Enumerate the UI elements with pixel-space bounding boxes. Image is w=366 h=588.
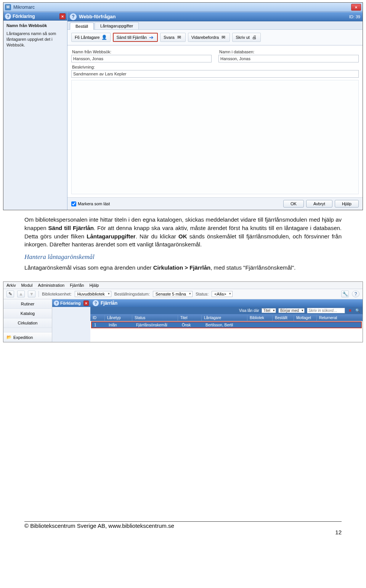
window-titlebar: M Mikromarc ×	[3, 3, 363, 12]
up-icon[interactable]: ▲	[17, 291, 25, 297]
vidarebefordra-button[interactable]: Vidarebefordra ✉	[188, 33, 230, 42]
nav-katalog[interactable]: Katalog	[3, 309, 52, 318]
label-namn-databasen: Namn i databasen:	[219, 50, 359, 54]
tab-bestall[interactable]: Beställ	[70, 22, 94, 30]
label-beskrivning: Beskrivning:	[72, 65, 359, 69]
nav-rutiner[interactable]: Rutiner	[3, 299, 52, 309]
input-namn-webbsok[interactable]	[71, 55, 212, 62]
menu-modul[interactable]: Modul	[21, 283, 32, 288]
search-icon[interactable]: 🔍	[355, 308, 360, 313]
down-icon[interactable]: ▼	[28, 291, 35, 297]
f6-lantagare-button[interactable]: F6 Låntagare 👤	[71, 33, 111, 42]
dropdown-bestallningsdatum[interactable]: Senaste 5 måna	[153, 291, 193, 297]
menu-arkiv[interactable]: Arkiv	[6, 283, 16, 288]
screenshot-fjarrlan-list: Arkiv Modul Administration Fjärrlån Hjäl…	[3, 281, 363, 342]
table-header: ID Lånetyp Status Titel Låntagare Biblio…	[90, 314, 363, 321]
menu-bar: Arkiv Modul Administration Fjärrlån Hjäl…	[3, 282, 363, 289]
menu-administration[interactable]: Administration	[38, 283, 64, 288]
input-beskrivning[interactable]	[71, 70, 359, 78]
heading-hantera: Hantera låntagarönskemål	[24, 252, 342, 262]
page-number: 12	[24, 529, 342, 535]
filter-op-dropdown[interactable]: Börjar med	[278, 308, 305, 313]
help-icon[interactable]: ?	[352, 291, 360, 297]
side-heading: Namn från Webbsök	[6, 23, 64, 29]
markera-som-last-checkbox[interactable]: Markera som läst	[71, 201, 281, 206]
side-close-button-2[interactable]: ×	[83, 300, 89, 306]
panel-title-fjarrlan: ? Fjärrlån	[90, 299, 363, 307]
person-icon: 👤	[101, 34, 107, 40]
help-icon: ?	[70, 13, 77, 20]
input-namn-databasen[interactable]	[218, 55, 359, 62]
reply-icon: ✉	[176, 34, 182, 40]
help-icon: ?	[93, 300, 99, 306]
new-icon[interactable]: ✎	[6, 291, 14, 297]
tab-lantagaruppgifter[interactable]: Låntagaruppgifter	[95, 22, 139, 29]
dropdown-status[interactable]: <Alla>	[212, 291, 233, 297]
side-text: Låntagarens namn så som låntagaren uppgi…	[6, 31, 64, 48]
dialog-title: ? Webb-förfrågan ID: 39	[67, 12, 363, 21]
page-footer: © Bibliotekscentrum Sverige AB, www.bibl…	[0, 521, 366, 547]
forward-icon: ✉	[220, 34, 226, 40]
label-status: Status:	[196, 292, 209, 296]
avbryt-button[interactable]: Avbryt	[306, 200, 332, 208]
side-close-button[interactable]: ×	[59, 13, 66, 19]
description-area	[71, 80, 359, 194]
app-title: Mikromarc	[13, 5, 351, 10]
nav-cirkulation[interactable]: Cirkulation	[3, 318, 52, 328]
side-title: Förklaring	[13, 14, 59, 19]
help-side-panel-2: ? Förklaring ×	[52, 299, 90, 342]
menu-fjarrlan[interactable]: Fjärrlån	[70, 283, 84, 288]
table-row[interactable]: 1 Inlån Fjärrlånsönskemål Önsk Bertilsso…	[91, 321, 362, 328]
action-toolbar: F6 Låntagare 👤 Sänd till Fjärrlån ➔ Svar…	[67, 30, 363, 45]
window-close-button[interactable]: ×	[351, 4, 361, 11]
footer-copyright: © Bibliotekscentrum Sverige AB, www.bibl…	[24, 522, 174, 529]
settings-icon[interactable]: 🔧	[341, 291, 349, 297]
record-id: ID: 39	[349, 14, 360, 19]
label-namn-webbsok: Namn från Webbsök:	[72, 50, 212, 54]
help-side-panel: ? Förklaring × Namn från Webbsök Låntaga…	[3, 12, 67, 210]
label-bestallningsdatum: Beställningsdatum:	[114, 292, 150, 296]
screenshot-webb-forfragan: M Mikromarc × ? Förklaring × Namn från W…	[3, 2, 363, 210]
folder-icon: 📂	[6, 335, 12, 340]
hjalp-button[interactable]: Hjälp	[335, 200, 359, 208]
menu-hjalp[interactable]: Hjälp	[89, 283, 99, 288]
list-filter-bar: Visa lån där Titel Börjar med ✖ 🔍	[90, 307, 363, 314]
help-icon: ?	[54, 300, 59, 306]
print-icon: 🖨	[251, 34, 257, 40]
left-nav: Rutiner Katalog Cirkulation 📂 Expedition	[3, 299, 52, 342]
label-biblioteksenhet: Biblioteksenhet:	[42, 292, 72, 296]
search-input[interactable]	[307, 308, 345, 313]
nav-expedition[interactable]: 📂 Expedition	[3, 332, 52, 342]
send-to-fjarrlan-button[interactable]: Sänd till Fjärrlån ➔	[113, 33, 157, 42]
app-icon: M	[5, 4, 11, 10]
document-body: Om bibliotekspersonalen inte hittar tite…	[0, 210, 366, 279]
filter-toolbar: ✎ ▲ ▼ Biblioteksenhet: Huvudbibliotek Be…	[3, 289, 363, 299]
clear-icon[interactable]: ✖	[347, 308, 353, 313]
help-icon: ?	[5, 13, 11, 19]
skriv-ut-button[interactable]: Skriv ut 🖨	[232, 33, 261, 42]
filter-field-dropdown[interactable]: Titel	[262, 308, 276, 313]
svara-button[interactable]: Svara ✉	[160, 33, 186, 42]
arrow-right-icon: ➔	[148, 34, 154, 40]
ok-button[interactable]: OK	[283, 200, 304, 208]
dropdown-biblioteksenhet[interactable]: Huvudbibliotek	[75, 291, 111, 297]
